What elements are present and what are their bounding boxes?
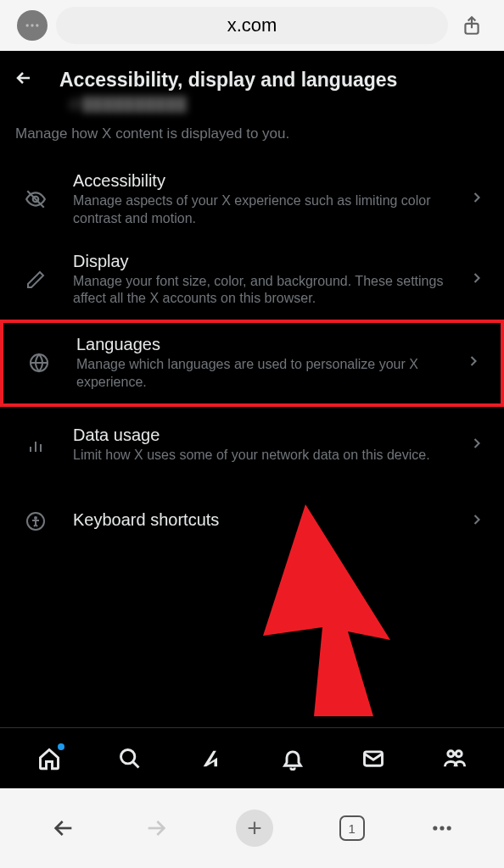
setting-title: Display [73, 252, 462, 271]
bar-chart-icon [22, 435, 49, 455]
home-icon[interactable] [36, 745, 63, 772]
setting-item-display[interactable]: Display Manage your font size, color, an… [0, 240, 504, 320]
setting-item-accessibility[interactable]: Accessibility Manage aspects of your X e… [0, 159, 504, 240]
main-content: Accessibility, display and languages @██… [0, 51, 504, 788]
setting-item-languages[interactable]: Languages Manage which languages are use… [0, 320, 504, 407]
browser-toolbar: + 1 [0, 788, 504, 868]
back-arrow-icon[interactable] [14, 68, 34, 92]
header-row: Accessibility, display and languages [0, 51, 504, 95]
setting-item-keyboard[interactable]: Keyboard shortcuts [0, 483, 504, 559]
svg-point-20 [447, 826, 451, 830]
svg-point-16 [448, 750, 454, 756]
setting-desc: Manage your font size, color, and backgr… [73, 273, 462, 309]
svg-point-18 [433, 826, 437, 830]
setting-desc: Manage which languages are used to perso… [76, 356, 458, 392]
setting-title: Languages [76, 335, 458, 354]
globe-icon [25, 353, 53, 373]
setting-item-data-usage[interactable]: Data usage Limit how X uses some of your… [0, 407, 504, 483]
new-tab-button[interactable]: + [236, 810, 273, 847]
pencil-icon [22, 270, 49, 290]
svg-point-17 [456, 750, 462, 756]
browser-address-bar: x.com [0, 0, 504, 51]
tabs-button[interactable]: 1 [339, 815, 365, 841]
eye-off-icon [22, 188, 49, 210]
svg-point-13 [121, 749, 135, 763]
communities-icon[interactable] [441, 745, 468, 772]
search-icon[interactable] [116, 745, 143, 772]
accessibility-person-icon [22, 511, 49, 531]
share-icon[interactable] [456, 14, 487, 36]
svg-line-14 [133, 761, 139, 767]
account-handle-blurred: @██████████ [68, 97, 504, 112]
chevron-right-icon [468, 511, 485, 531]
svg-point-0 [26, 24, 29, 26]
bell-icon[interactable] [279, 745, 306, 772]
chevron-right-icon [465, 353, 482, 373]
chevron-right-icon [468, 189, 485, 209]
setting-title: Keyboard shortcuts [73, 510, 462, 530]
chevron-right-icon [468, 435, 485, 455]
mail-icon[interactable] [360, 745, 387, 772]
bottom-nav [0, 727, 504, 788]
page-subtitle: Manage how X content is displayed to you… [0, 112, 504, 159]
browser-more-icon[interactable] [17, 10, 48, 41]
url-display[interactable]: x.com [56, 7, 448, 44]
svg-point-19 [440, 826, 445, 830]
setting-desc: Limit how X uses some of your network da… [73, 447, 462, 465]
notification-dot [58, 743, 64, 750]
svg-point-2 [36, 24, 38, 26]
setting-desc: Manage aspects of your X experience such… [73, 192, 462, 228]
setting-title: Accessibility [73, 171, 462, 191]
browser-forward-icon[interactable] [143, 815, 170, 842]
browser-menu-icon[interactable] [430, 816, 454, 840]
page-title: Accessibility, display and languages [59, 69, 397, 92]
svg-point-1 [31, 24, 33, 26]
grok-icon[interactable] [198, 745, 225, 772]
browser-back-icon[interactable] [50, 815, 77, 842]
setting-title: Data usage [73, 426, 462, 445]
chevron-right-icon [468, 270, 485, 290]
svg-point-11 [35, 517, 36, 519]
